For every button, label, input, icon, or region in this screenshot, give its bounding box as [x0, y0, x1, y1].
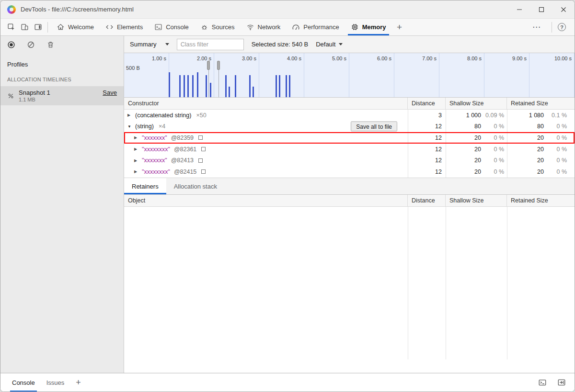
- maximize-button[interactable]: [530, 0, 552, 18]
- class-filter-input[interactable]: [177, 39, 244, 50]
- console-sidebar-button[interactable]: [538, 378, 547, 387]
- selection-grip-right[interactable]: [217, 61, 220, 70]
- heap-row[interactable]: ▶"xxxxxxxx"@8236112200 %200 %: [124, 144, 575, 155]
- disclosure-collapsed-icon[interactable]: ▶: [134, 169, 139, 174]
- minimize-button[interactable]: [508, 0, 530, 18]
- network-icon: [246, 23, 254, 31]
- retained-percent: 0 %: [544, 134, 567, 141]
- heap-row[interactable]: ▶(concatenated string)×5031 0000.09 %1 0…: [124, 110, 575, 121]
- heap-row[interactable]: ▶"xxxxxxx"@8241312200 %200 %: [124, 155, 575, 166]
- column-header-retained-size[interactable]: Retained Size: [507, 98, 575, 109]
- profiles-heading: Profiles: [0, 53, 124, 68]
- object-preview-icon[interactable]: [201, 169, 206, 174]
- tab-allocation-stack[interactable]: Allocation stack: [166, 178, 225, 194]
- row-name: (string): [135, 123, 154, 130]
- dock-panel-button[interactable]: [31, 21, 45, 34]
- heap-row[interactable]: ▼(string)×4Save all to file12800 %800 %: [124, 121, 575, 133]
- toolbar-separator: [47, 22, 48, 33]
- retained-size-cell: 200 %: [507, 166, 575, 178]
- shallow-size-cell: 200 %: [446, 166, 507, 178]
- drawer-tab-console[interactable]: Console: [6, 373, 41, 392]
- record-icon: [7, 41, 15, 49]
- retainers-table-header: ObjectDistanceShallow SizeRetained Size: [124, 195, 575, 207]
- disclosure-collapsed-icon[interactable]: ▶: [127, 113, 133, 117]
- object-preview-icon[interactable]: [201, 147, 206, 151]
- heap-row[interactable]: ▶"xxxxxxx"@8235912200 %200 %: [124, 132, 575, 144]
- tab-performance[interactable]: Performance: [286, 19, 345, 35]
- shallow-percent: 0.09 %: [481, 112, 504, 119]
- row-name: (concatenated string): [135, 112, 191, 119]
- retained-size-cell: 200 %: [507, 144, 575, 155]
- delete-profile-button[interactable]: [46, 41, 55, 49]
- expand-quick-view-button[interactable]: [557, 378, 566, 387]
- object-id: @82413: [171, 157, 194, 164]
- allocation-timelines-heading: ALLOCATION TIMELINES: [0, 68, 124, 86]
- tab-retainers[interactable]: Retainers: [124, 178, 166, 194]
- shallow-percent: 0 %: [481, 168, 504, 175]
- row-name: "xxxxxxxx": [142, 146, 170, 153]
- disclosure-expanded-icon[interactable]: ▼: [127, 124, 133, 129]
- scope-select[interactable]: Default: [316, 41, 343, 48]
- elements-icon: [105, 23, 114, 31]
- column-divider: [446, 207, 446, 359]
- more-tools-button[interactable]: +: [70, 378, 87, 388]
- perspective-select[interactable]: Summary: [130, 41, 169, 48]
- column-header-shallow-size[interactable]: Shallow Size: [446, 98, 507, 109]
- tab-network[interactable]: Network: [241, 19, 287, 35]
- tab-sources[interactable]: Sources: [195, 19, 241, 35]
- disclosure-collapsed-icon[interactable]: ▶: [134, 147, 139, 151]
- close-button[interactable]: [552, 0, 575, 18]
- allocation-bar: [197, 72, 198, 97]
- retained-size-cell: 200 %: [507, 155, 575, 166]
- column-header-retained-size[interactable]: Retained Size: [507, 195, 575, 206]
- heap-row[interactable]: ▶"xxxxxxxx"@8241512200 %200 %: [124, 166, 575, 178]
- shallow-percent: 0 %: [481, 157, 504, 164]
- column-header-constructor[interactable]: Constructor: [124, 98, 408, 109]
- record-allocation-button[interactable]: [7, 41, 15, 49]
- snapshot-item[interactable]: Snapshot 1 Save 1.1 MB: [0, 86, 124, 105]
- disclosure-collapsed-icon[interactable]: ▶: [134, 158, 139, 163]
- snapshot-save-link[interactable]: Save: [103, 89, 117, 96]
- retained-value: 80: [507, 123, 544, 130]
- allocation-bar: [276, 75, 277, 97]
- selection-grip-left[interactable]: [207, 61, 210, 70]
- device-toolbar-button[interactable]: [18, 21, 31, 34]
- save-all-to-file-button[interactable]: Save all to file: [351, 122, 397, 132]
- retained-percent: 0 %: [544, 168, 567, 175]
- timeline-time-label: 3.00 s: [228, 56, 256, 61]
- help-button[interactable]: ?: [558, 23, 566, 31]
- column-header-shallow-size[interactable]: Shallow Size: [446, 195, 507, 206]
- timeline-gridline: [484, 53, 484, 97]
- tab-elements[interactable]: Elements: [100, 19, 149, 35]
- column-header-distance[interactable]: Distance: [408, 98, 446, 109]
- clear-profiles-button[interactable]: [27, 41, 35, 49]
- retained-percent: 0 %: [544, 157, 567, 164]
- object-preview-icon[interactable]: [198, 158, 203, 163]
- tab-memory[interactable]: Memory: [345, 19, 392, 35]
- console-icon: [154, 23, 162, 31]
- heap-content: Summary Selected size: 540 B Default 500…: [124, 36, 575, 373]
- tab-console[interactable]: Console: [149, 19, 195, 35]
- tab-welcome[interactable]: Welcome: [51, 19, 100, 35]
- drawer-tab-issues[interactable]: Issues: [41, 373, 70, 392]
- timeline-time-label: 6.00 s: [363, 56, 391, 61]
- timeline-gridline: [214, 53, 214, 97]
- tab-label: Sources: [212, 23, 235, 31]
- shallow-percent: 0 %: [481, 146, 504, 153]
- object-id: @82415: [174, 168, 196, 175]
- devtools-window: DevTools - file:///C:/screens/memory.htm…: [0, 0, 575, 392]
- column-header-distance[interactable]: Distance: [408, 195, 446, 206]
- object-preview-icon[interactable]: [198, 135, 203, 140]
- column-header-object[interactable]: Object: [124, 195, 408, 206]
- allocation-timeline-overview[interactable]: 500 B 1.00 s2.00 s3.00 s4.00 s5.00 s6.00…: [124, 53, 575, 98]
- sources-icon: [200, 23, 208, 31]
- retained-value: 20: [507, 157, 544, 164]
- customize-devtools-button[interactable]: ⋯: [528, 22, 546, 32]
- tab-label: Welcome: [68, 23, 94, 31]
- clear-icon: [27, 41, 35, 49]
- disclosure-collapsed-icon[interactable]: ▶: [134, 135, 139, 140]
- inspect-element-button[interactable]: [4, 21, 18, 34]
- more-tabs-button[interactable]: +: [392, 19, 407, 35]
- timeline-time-label: 1.00 s: [138, 56, 166, 61]
- retained-percent: 0 %: [544, 146, 567, 153]
